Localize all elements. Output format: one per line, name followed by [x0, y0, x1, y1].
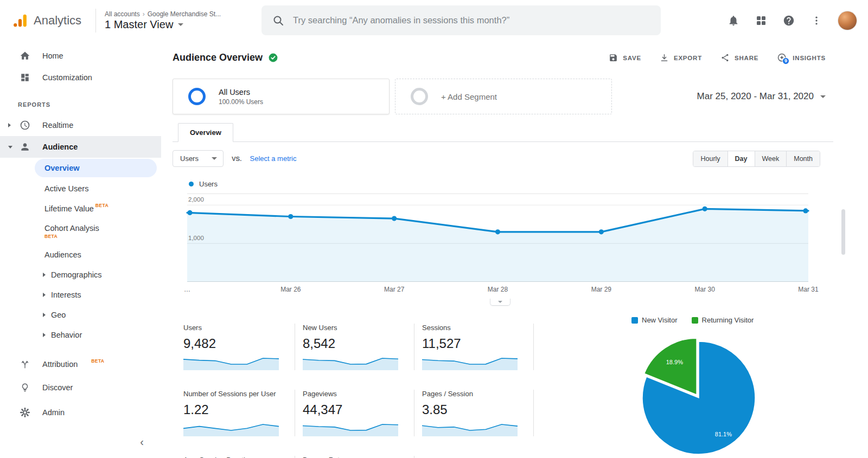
- tab-overview[interactable]: Overview: [178, 123, 233, 142]
- sidebar-item-realtime[interactable]: Realtime: [0, 114, 161, 136]
- attribution-icon: [20, 359, 30, 369]
- sidebar-item-label: Audiences: [44, 250, 81, 259]
- sidebar-item-label: Audience: [42, 143, 78, 151]
- chevron-down-icon: [8, 146, 12, 149]
- x-axis-tick-label: Mar 27: [384, 286, 404, 293]
- sidebar-collapse-button[interactable]: ‹: [136, 434, 148, 450]
- header-actions: [727, 0, 857, 41]
- breadcrumb-all-accounts[interactable]: All accounts: [105, 10, 140, 18]
- x-axis-tick-label: …: [184, 286, 190, 293]
- home-icon: [20, 50, 30, 61]
- sparkline: [422, 422, 518, 436]
- chart-annotations-expander[interactable]: [490, 299, 510, 306]
- granularity-day-button[interactable]: Day: [727, 151, 755, 166]
- chevron-right-icon: [43, 273, 46, 277]
- divider: [95, 9, 96, 33]
- stat-card-pages-per-session: Pages / Session 3.85: [414, 390, 534, 436]
- save-icon: [609, 53, 618, 62]
- sidebar-item-label: Geo: [51, 311, 66, 319]
- search-input[interactable]: [293, 15, 650, 25]
- sidebar-item-geo[interactable]: Geo: [0, 305, 161, 325]
- breadcrumb-property[interactable]: Google Merchandise St...: [148, 10, 221, 18]
- insights-button[interactable]: 9 INSIGHTS: [777, 53, 826, 63]
- chevron-down-icon: [212, 157, 217, 160]
- main-content: Audience Overview SAVE EXPORT SHARE 9 IN…: [161, 41, 868, 458]
- search-bar[interactable]: [261, 5, 661, 35]
- x-axis-tick-label: Mar 29: [591, 286, 611, 293]
- sparkline: [303, 356, 398, 370]
- stat-card-sessions: Sessions 11,527: [414, 324, 534, 370]
- sidebar-item-discover[interactable]: Discover: [0, 375, 161, 400]
- sidebar-item-audience[interactable]: Audience: [0, 136, 161, 158]
- sidebar-item-attribution[interactable]: AttributionBETA: [0, 353, 161, 375]
- search-icon: [272, 15, 284, 27]
- sparkline: [183, 356, 279, 370]
- analytics-home-link[interactable]: Analytics: [0, 12, 95, 29]
- segment-subtitle: 100.00% Users: [219, 98, 263, 106]
- sparkline: [422, 356, 518, 370]
- lightbulb-icon: [20, 383, 30, 392]
- notifications-bell-icon[interactable]: [727, 14, 740, 27]
- scrollbar-thumb[interactable]: [841, 209, 845, 255]
- granularity-hourly-button[interactable]: Hourly: [693, 151, 727, 166]
- sidebar-item-cohort-analysis[interactable]: Cohort Analysis BETA: [0, 218, 161, 244]
- sidebar-item-active-users[interactable]: Active Users: [0, 178, 161, 198]
- save-button[interactable]: SAVE: [609, 53, 641, 62]
- tab-bar: Overview: [173, 123, 833, 142]
- export-button[interactable]: EXPORT: [660, 53, 702, 62]
- sidebar-item-interests[interactable]: Interests: [0, 285, 161, 305]
- segment-ring-icon: [188, 88, 206, 105]
- sidebar-item-lifetime-value[interactable]: Lifetime ValueBETA: [0, 198, 161, 218]
- sidebar-item-audiences[interactable]: Audiences: [0, 244, 161, 265]
- page-title: Audience Overview: [173, 52, 263, 63]
- stat-card-avg-session-duration: Avg. Session Duration: [183, 456, 295, 458]
- download-icon: [660, 53, 669, 62]
- more-menu-icon[interactable]: [810, 14, 823, 27]
- visitor-type-block: New Visitor Returning Visitor 81.1%18.9%: [631, 316, 762, 458]
- share-button[interactable]: SHARE: [720, 53, 758, 62]
- visitor-type-pie-chart[interactable]: 81.1%18.9%: [636, 334, 762, 458]
- apps-grid-icon[interactable]: [755, 14, 768, 27]
- chevron-down-icon: [178, 23, 183, 26]
- users-line-chart[interactable]: …Mar 26Mar 27Mar 28Mar 29Mar 30Mar 31 1,…: [187, 193, 808, 296]
- reports-section-label: REPORTS: [0, 88, 161, 114]
- sidebar-item-behavior[interactable]: Behavior: [0, 325, 161, 345]
- y-axis-tick-label: 1,000: [188, 235, 204, 241]
- pie-legend: New Visitor Returning Visitor: [631, 316, 762, 324]
- sidebar-item-label: Lifetime Value: [44, 204, 94, 213]
- add-segment-button[interactable]: + Add Segment: [395, 79, 612, 114]
- date-range-picker[interactable]: Mar 25, 2020 - Mar 31, 2020: [697, 91, 826, 102]
- view-name[interactable]: 1 Master View: [105, 18, 173, 31]
- metric-dropdown[interactable]: Users: [173, 150, 224, 167]
- verified-badge-icon: [268, 53, 278, 63]
- segment-title: All Users: [219, 88, 263, 96]
- sidebar: Home Customization REPORTS Realtime Audi…: [0, 41, 161, 458]
- chevron-right-icon: ›: [143, 10, 145, 18]
- sidebar-item-customization[interactable]: Customization: [0, 67, 161, 88]
- granularity-week-button[interactable]: Week: [755, 151, 787, 166]
- avatar[interactable]: [838, 11, 857, 30]
- customization-icon: [20, 73, 30, 82]
- granularity-month-button[interactable]: Month: [786, 151, 820, 166]
- sidebar-item-admin[interactable]: Admin: [0, 400, 161, 425]
- sidebar-item-label: Interests: [51, 291, 81, 299]
- sidebar-item-demographics[interactable]: Demographics: [0, 265, 161, 285]
- sidebar-item-label: Discover: [42, 383, 73, 392]
- stat-card-users: Users 9,482: [183, 324, 295, 370]
- kpi-grid: Users 9,482 New Users 8,542 Sessions 11,…: [183, 324, 534, 458]
- select-metric-link[interactable]: Select a metric: [250, 154, 297, 163]
- gear-icon: [20, 407, 30, 418]
- x-axis: …Mar 26Mar 27Mar 28Mar 29Mar 30Mar 31: [187, 286, 808, 296]
- chart-legend: Users: [189, 180, 868, 188]
- sidebar-item-label: Behavior: [51, 331, 82, 339]
- sidebar-item-home[interactable]: Home: [0, 45, 161, 67]
- segment-all-users[interactable]: All Users 100.00% Users: [173, 79, 390, 114]
- sparkline: [183, 422, 279, 436]
- sidebar-item-overview[interactable]: Overview: [35, 159, 157, 177]
- sidebar-item-label: Overview: [44, 164, 80, 172]
- account-switcher[interactable]: All accounts › Google Merchandise St... …: [105, 10, 221, 31]
- help-icon[interactable]: [782, 14, 795, 27]
- x-axis-tick-label: Mar 30: [694, 286, 714, 293]
- share-icon: [720, 53, 730, 62]
- granularity-switcher: Hourly Day Week Month: [693, 151, 820, 167]
